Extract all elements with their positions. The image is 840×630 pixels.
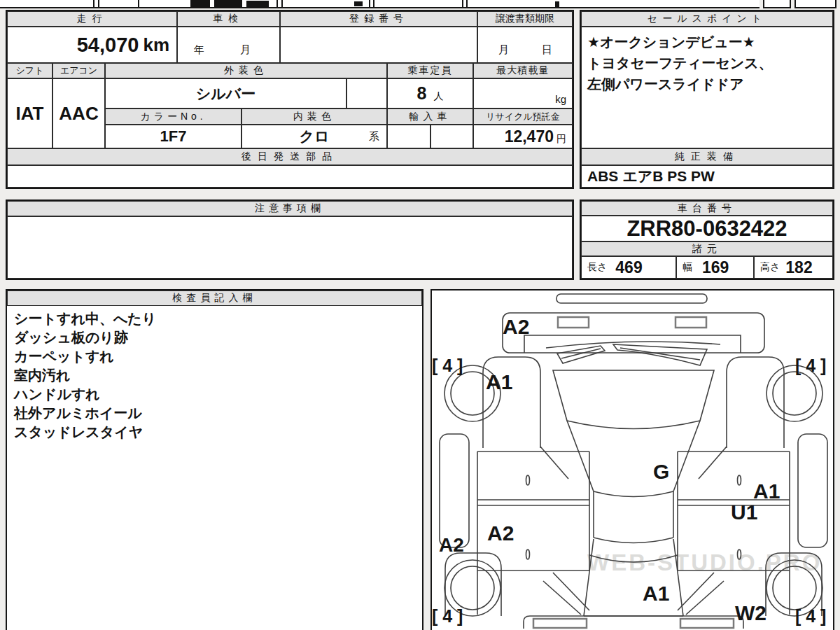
- later-parts-header: 後日発送部品: [7, 148, 573, 165]
- sales-point-line: トヨタセーフティーセンス、: [587, 52, 773, 74]
- table-border: [138, 0, 139, 7]
- capacity-unit: 人: [433, 90, 443, 103]
- tire-depth-label: [ 4 ]: [432, 606, 463, 626]
- cropped-text-fragment: [246, 1, 269, 7]
- top-cropped-row: [0, 0, 760, 8]
- inspector-note-line: ダッシュ板のり跡: [14, 328, 415, 347]
- door-handle: [526, 475, 530, 485]
- transfer-deadline-value-cell: 月 日: [477, 27, 573, 63]
- max-load-value-cell: kg: [473, 78, 573, 108]
- door-handle: [738, 475, 741, 485]
- table-border: [373, 0, 374, 7]
- interior-color-value: クロ: [300, 127, 330, 146]
- panel-label: A1: [753, 479, 780, 503]
- aircon-value: AAC: [52, 78, 105, 148]
- exterior-color-value: シルバー: [105, 78, 346, 108]
- odometer-header: 走行: [7, 11, 177, 27]
- interior-color-suffix: 系: [369, 130, 379, 144]
- height-cell: 高さ 182: [754, 256, 833, 279]
- height-value: 182: [785, 258, 812, 277]
- sales-points-table: セールスポイント ★オークションデビュー★ トヨタセーフティーセンス、 左側パワ…: [580, 10, 834, 189]
- inspector-note-line: カーペットすれ: [14, 347, 415, 366]
- bumper-detail: [558, 317, 589, 328]
- shaken-value-cell: 年 月: [177, 27, 280, 63]
- chassis-no-header: 車台番号: [581, 201, 833, 216]
- length-label: 長さ: [587, 261, 607, 274]
- damage-diagram: WEB-STUDIO.PRO: [430, 289, 834, 630]
- transfer-deadline-header: 譲渡書類期限: [477, 11, 573, 27]
- color-no-value: 1F7: [105, 125, 241, 148]
- panel-label: W2: [735, 601, 766, 624]
- max-load-header: 最大積載量: [473, 63, 573, 78]
- length-value: 469: [615, 258, 642, 277]
- table-border: [466, 0, 468, 7]
- table-border: [462, 0, 463, 7]
- import-car-header: 輸入車: [387, 108, 473, 125]
- sales-point-line: ★オークションデビュー★: [587, 31, 755, 52]
- table-border: [281, 0, 283, 7]
- bumper-detail: [676, 317, 706, 328]
- cautions-table: 注意事項欄: [6, 200, 574, 280]
- rear-gate-left: [584, 539, 594, 616]
- panel-label: A2: [487, 522, 514, 545]
- sales-point-line: 左側パワースライドドア: [587, 74, 744, 94]
- rear-quarter-right: [678, 573, 724, 615]
- chassis-no-value: ZRR80-0632422: [581, 216, 833, 241]
- tire-depth-label: [ 4 ]: [795, 356, 826, 375]
- wiper-right-inner: [620, 348, 700, 360]
- table-border: [276, 0, 278, 7]
- later-parts-value-cell: [7, 165, 573, 188]
- panel-label: U1: [731, 500, 757, 524]
- recycle-deposit-value: 12,470: [505, 127, 554, 146]
- width-label: 幅: [682, 261, 692, 274]
- cropped-text-fragment: [190, 0, 210, 7]
- shaken-value: 年 月: [194, 43, 263, 57]
- inspector-note-line: ハンドルすれ: [14, 385, 415, 404]
- wiper-left: [557, 346, 605, 363]
- odometer-value-cell: 54,070 km: [7, 27, 177, 63]
- color-no-header: カラーNo.: [105, 108, 241, 125]
- exterior-color-extra-cell: [346, 78, 387, 108]
- interior-color-value-cell: クロ 系: [241, 125, 387, 148]
- car-outline-drawing: A2 A1 G A1 U1 A2 A2 A1 W2 [ 4 ] [ 4 ] [ …: [432, 290, 833, 630]
- inspector-note-line: シートすれ中、へたり: [14, 309, 415, 328]
- aircon-header: エアコン: [52, 63, 105, 78]
- table-border: [0, 7, 760, 8]
- cropped-text-fragment: [214, 0, 242, 7]
- registration-value-cell: [280, 27, 477, 63]
- wiper-right: [613, 344, 707, 365]
- recycle-deposit-header: リサイクル預託金: [473, 108, 573, 125]
- shift-header: シフト: [7, 63, 52, 78]
- inspector-notes-table: 検査員記入欄 シートすれ中、へたり ダッシュ板のり跡 カーペットすれ 室内汚れ …: [6, 289, 424, 630]
- inspector-notes-header: 検査員記入欄: [7, 290, 422, 306]
- top-cropped-cell: [763, 0, 791, 8]
- front-bumper: [503, 313, 764, 353]
- front-lip: [556, 294, 707, 303]
- genuine-equipment-header: 純正装備: [581, 148, 833, 165]
- cropped-text-fragment: [354, 1, 363, 6]
- vehicle-data-table: 走行 車検 登録番号 譲渡書類期限 54,070 km 年 月 月 日 シフト …: [6, 10, 574, 189]
- interior-color-header: 内装色: [241, 108, 387, 125]
- width-value: 169: [702, 258, 729, 277]
- inspector-note-line: 社外アルミホイール: [14, 404, 415, 423]
- cropped-text-fragment: [555, 1, 559, 7]
- odometer-unit: km: [143, 34, 169, 56]
- rear-bumper: [524, 616, 743, 629]
- inspector-note-line: 室内汚れ: [14, 366, 415, 385]
- transfer-deadline-value: 月 日: [498, 43, 564, 57]
- dimensions-header: 諸元: [581, 241, 833, 256]
- cautions-content: [7, 216, 573, 279]
- rear-gate-right: [673, 539, 683, 616]
- sales-points-content: ★オークションデビュー★ トヨタセーフティーセンス、 左側パワースライドドア: [581, 27, 833, 148]
- windshield: [553, 370, 714, 429]
- max-load-unit: kg: [555, 93, 566, 105]
- rear-quarter-left: [543, 573, 589, 615]
- recycle-deposit-value-cell: 12,470 円: [473, 125, 573, 148]
- top-cropped-cell: [794, 0, 836, 8]
- panel-label: A2: [439, 534, 464, 556]
- height-label: 高さ: [760, 261, 780, 274]
- cautions-header: 注意事項欄: [7, 201, 573, 216]
- odometer-value: 54,070: [77, 34, 139, 57]
- length-cell: 長さ 469: [581, 256, 676, 279]
- roof-rear-arc: [594, 538, 673, 543]
